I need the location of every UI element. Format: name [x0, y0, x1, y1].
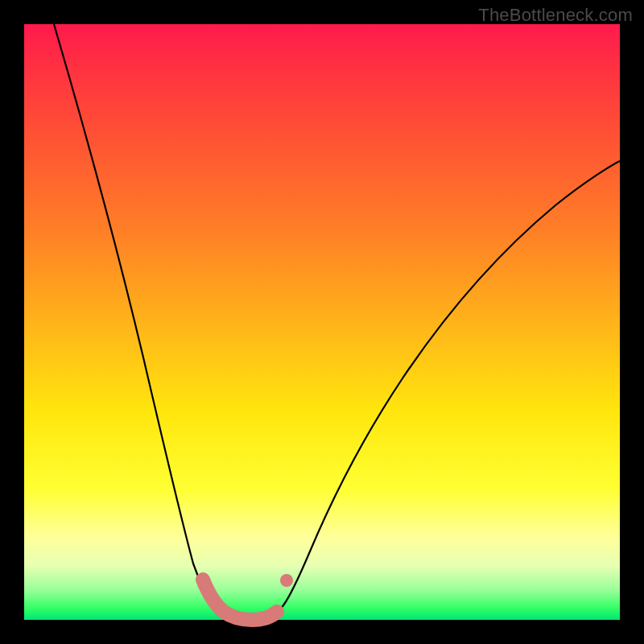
chart-frame: TheBottleneck.com — [0, 0, 644, 644]
chart-svg — [24, 24, 620, 620]
highlight-dot — [280, 574, 293, 587]
watermark-text: TheBottleneck.com — [478, 5, 633, 26]
bottleneck-curve — [54, 24, 620, 620]
highlight-segment — [203, 580, 277, 620]
